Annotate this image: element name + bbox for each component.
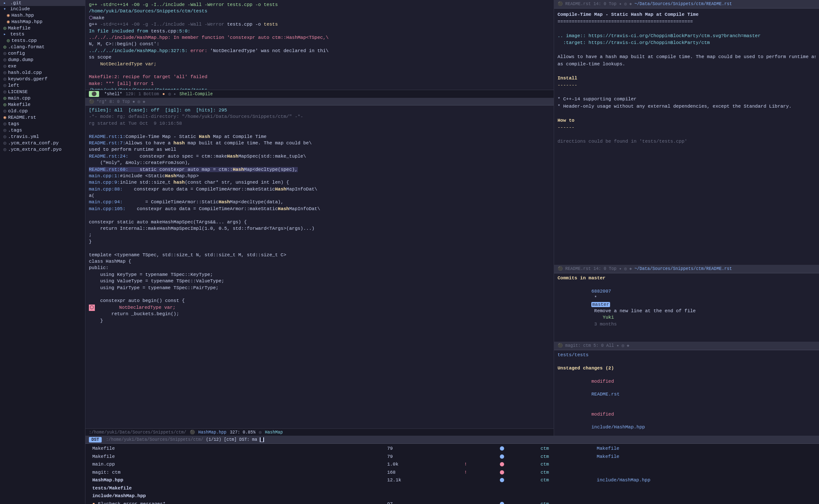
table-row[interactable]: tests/Makefile (89, 484, 816, 492)
table-row[interactable]: HashMap.hpp 12.1k ctm include/HashMap.hp… (89, 476, 816, 484)
magit-panel: ⚫ magit: ctm 5: 0 All ✦ ◎ ◈ tests/tests … (554, 342, 819, 436)
sidebar-item-old-cpp[interactable]: ◎ old.cpp (0, 108, 85, 114)
table-row-flycheck[interactable]: ● Flycheck error messages* 97 ctm (89, 500, 816, 504)
readme-panel: ⚫ README.rst 14: 0 Top ✦ ◎ ◈ ~/Data/Sour… (554, 0, 819, 265)
commits-header: Commits in master (558, 275, 816, 281)
bottom-path: :/home/yuki/Data/Sources/Snippets/ctm/ (106, 437, 203, 442)
sidebar-item-dump[interactable]: ◎ dump.dump (0, 56, 85, 63)
buf-name: tests/Makefile (89, 484, 384, 492)
shell-line-12: make: *** [all] Error 1 (89, 81, 550, 87)
sidebar-item-license[interactable]: ◎ LICENSE (0, 88, 85, 95)
buf-branch: ctm (537, 453, 593, 461)
sidebar-item-makefile2[interactable]: ◎ Makefile (0, 101, 85, 108)
commit-msg: Remove a new line at the end of file (591, 308, 696, 314)
table-row[interactable]: Makefile 79 ctm Makefile (89, 445, 816, 453)
sidebar-item-hash-hpp[interactable]: ◉ Hash.hpp (0, 12, 85, 18)
file-icon: ◎ (7, 38, 10, 43)
shell-line-8: ../../../include/HashMap.hpp:327:5: erro… (89, 48, 550, 54)
file-icon: ◎ (3, 147, 6, 152)
shell-modified-icon: ● (162, 92, 165, 97)
sidebar-item-label: .clang-format (8, 44, 45, 50)
file-icon: ◎ (3, 89, 6, 94)
sidebar-item-label: Makefile (8, 26, 31, 31)
buf-icon (496, 492, 537, 500)
sidebar-item-tests[interactable]: ▸ tests (0, 31, 85, 37)
flycheck-label: ● Flycheck error messages* (89, 500, 384, 504)
rg-result-3: used to perform runtime as well (89, 147, 550, 153)
sidebar-item-label: left (8, 83, 19, 88)
buf-name: magit: ctm (89, 469, 384, 477)
sidebar-item-dotags[interactable]: ◎ .tags (0, 127, 85, 133)
sidebar-item-label: tests (10, 32, 24, 37)
commit-time: 3 months (591, 322, 616, 327)
readme-desc3: directions could be found in 'tests/test… (558, 138, 816, 145)
sidebar-item-clang-format[interactable]: ◎ .clang-format (0, 44, 85, 50)
readme-image: .. image:: https://travis-ci.org/Choppin… (558, 32, 816, 40)
sidebar-item-main-cpp[interactable]: ◎ main.cpp (0, 95, 85, 101)
sidebar-item-git[interactable]: ▸ .git (0, 0, 85, 6)
readme-header-left: ⚫ README.rst (558, 1, 591, 7)
sidebar-item-tags[interactable]: ◎ tags (0, 120, 85, 127)
rg-blank2 (89, 212, 550, 219)
rg-mode-line: -*- mode: rg; default-directory: "/home/… (89, 114, 550, 120)
sidebar-item-keywords[interactable]: ◎ keywords.gperf (0, 76, 85, 82)
sidebar-item-ycm[interactable]: ◎ .ycm_extra_conf.py (0, 140, 85, 146)
file-icon: ◎ (3, 44, 6, 50)
magit-header: ⚫ magit: ctm 5: 0 All ✦ ◎ ◈ (554, 342, 819, 350)
flycheck-excl (461, 500, 496, 504)
buf-size: 79 (384, 445, 461, 453)
shell-statusbar: ⚫ *shell* 129: 1 Bottom ● ◎ ✦ Shell-Comp… (85, 90, 554, 98)
table-row[interactable]: include/HashMap.hpp (89, 492, 816, 500)
readme-header: ⚫ README.rst 14: 0 Top ✦ ◎ ◈ ~/Data/Sour… (554, 0, 819, 9)
rg-date-line: rg started at Tue Oct 9 10:16:58 (89, 120, 550, 127)
commit-branch-master: master (591, 302, 610, 307)
table-row[interactable]: magit: ctm 168 ! ctm (89, 469, 816, 477)
magit-position: 5: 0 All ✦ ◎ ◈ (593, 343, 629, 349)
sidebar-item-left[interactable]: ◎ left (0, 82, 85, 88)
sidebar-item-readme[interactable]: ◉ README.rst (0, 114, 85, 120)
sidebar-item-config[interactable]: ◎ config (0, 50, 85, 56)
sidebar-item-label: .tags (8, 128, 22, 133)
sidebar-item-travis[interactable]: ◎ .travis.yml (0, 133, 85, 140)
rg-position: 8: 0 Top ● ◎ ◈ (109, 99, 145, 104)
sidebar-item-tests-cpp[interactable]: ◎ tests.cpp (0, 37, 85, 44)
commit-hash: 6882007 (591, 289, 611, 294)
sidebar-item-ycm-pyo[interactable]: ◎ .ycm_extra_conf.pyo (0, 146, 85, 152)
table-row[interactable]: Makefile 79 ctm Makefile (89, 453, 816, 461)
code-line-11: constexpr auto begin() const { (89, 298, 550, 304)
sidebar-item-makefile-root[interactable]: ◎ Makefile (0, 25, 85, 31)
sidebar-item-hash-old-cpp[interactable]: ◎ hash.old.cpp (0, 69, 85, 76)
file-icon: ◎ (3, 50, 6, 56)
sidebar-item-label: .ycm_extra_conf.py (8, 141, 59, 146)
buf-name: HashMap.hpp (89, 476, 384, 484)
readme-howto: How to (558, 117, 816, 124)
rg-file: HashMap.hpp (198, 430, 226, 435)
table-row[interactable]: main.cpp 1.0k ! ctm (89, 460, 816, 469)
buf-size (384, 492, 461, 500)
code-line-12: return _buckets.begin(); (89, 311, 550, 317)
sidebar-item-include[interactable]: ▾ include (0, 6, 85, 12)
shell-line-11: Makefile:2: recipe for target 'all' fail… (89, 74, 550, 80)
readme-blank2 (558, 47, 816, 54)
sidebar-item-exe[interactable]: ◎ exe (0, 63, 85, 69)
buf-dest (593, 460, 816, 469)
chevron-right-icon: ▸ (3, 32, 9, 37)
buf-excl (461, 453, 496, 461)
code-line-9: using ValueType = typename TSpec::ValueT… (89, 278, 550, 284)
shell-line-7: N, M, C>::begin() const': (89, 41, 550, 47)
file-icon: ◎ (3, 82, 6, 88)
file-icon: ◎ (3, 70, 6, 75)
sidebar-item-hashmap-hpp[interactable]: ◉ HashMap.hpp (0, 18, 85, 25)
sidebar-item-label: include (10, 6, 30, 12)
branch-icon (500, 462, 504, 466)
file-icon: ◎ (3, 134, 6, 139)
magit-header-label: ⚫ magit: ctm (558, 343, 591, 349)
file-icon: ◎ (3, 108, 6, 114)
flycheck-dot: ● (92, 501, 95, 504)
chevron-right-icon: ▸ (3, 0, 9, 6)
branch-icon (500, 502, 504, 504)
content-area: g++ -std=c++14 -O0 -g -I../include -Wall… (85, 0, 819, 504)
file-icon: ◉ (7, 12, 10, 18)
rg-circle: ⚫ (190, 430, 195, 435)
rg-header-label: ⚫ *rg* (89, 99, 107, 104)
